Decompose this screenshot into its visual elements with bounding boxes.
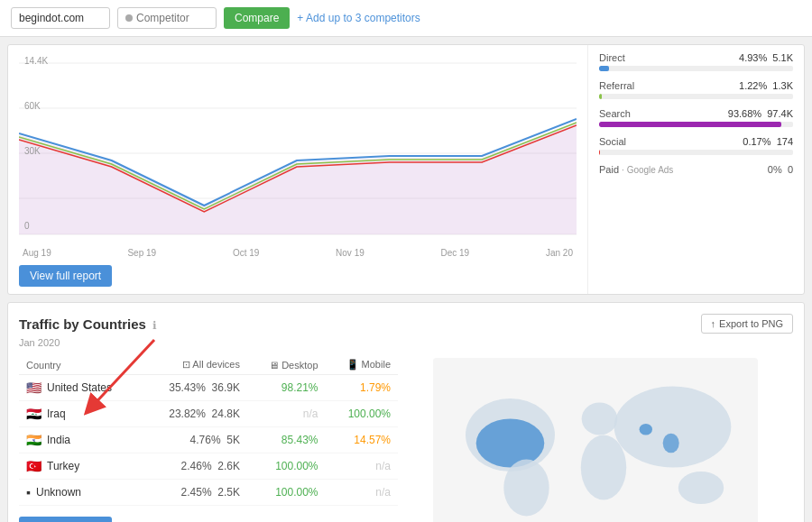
- traffic-values-search: 93.68% 97.4K: [728, 108, 793, 119]
- progress-bar-direct: [599, 66, 793, 71]
- progress-bar-social: [599, 150, 793, 155]
- x-label-aug: Aug 19: [23, 248, 51, 258]
- country-cell: 🇹🇷 Turkey: [19, 453, 143, 480]
- desktop-cell: n/a: [247, 401, 326, 427]
- countries-section-header: Traffic by Countries ℹ ↑ Export to PNG: [19, 314, 793, 334]
- traffic-values-social: 0.17% 174: [743, 136, 793, 147]
- col-header-country: Country: [19, 355, 143, 375]
- x-label-dec: Dec 19: [441, 248, 470, 258]
- view-full-report-button-countries[interactable]: View full report: [19, 517, 112, 522]
- country-name: Unknown: [36, 486, 81, 499]
- all-devices-icon: ⊡: [182, 359, 190, 370]
- svg-marker-5: [19, 122, 577, 234]
- x-label-oct: Oct 19: [233, 248, 259, 258]
- svg-point-8: [476, 418, 545, 467]
- traffic-label-search: Search: [599, 108, 631, 119]
- view-full-report-button-top[interactable]: View full report: [19, 265, 112, 287]
- table-map-wrap: Country ⊡ All devices 🖥 Desktop 📱: [19, 355, 793, 522]
- traffic-row-search: Search 93.68% 97.4K: [599, 108, 793, 127]
- traffic-row-paid: Paid · Google Ads 0% 0: [599, 164, 793, 175]
- countries-title-area: Traffic by Countries ℹ: [19, 316, 157, 332]
- flag-icon: 🇮🇶: [26, 407, 42, 421]
- countries-table-wrap: Country ⊡ All devices 🖥 Desktop 📱: [19, 355, 398, 522]
- add-competitors-link[interactable]: + Add up to 3 competitors: [297, 12, 420, 24]
- mobile-cell: n/a: [326, 480, 399, 506]
- all-devices-cell: 4.76% 5K: [143, 427, 247, 453]
- chart-area: Aug 19 Sep 19 Oct 19 Nov 19 Dec 19 Jan 2…: [8, 45, 587, 294]
- all-devices-cell: 2.46% 2.6K: [143, 453, 247, 480]
- mobile-cell: 14.57%: [326, 427, 399, 453]
- world-map: [398, 355, 793, 522]
- traffic-label-social: Social: [599, 136, 626, 147]
- main-content: Aug 19 Sep 19 Oct 19 Nov 19 Dec 19 Jan 2…: [0, 44, 812, 522]
- compare-button[interactable]: Compare: [224, 7, 290, 29]
- traffic-label-paid: Paid · Google Ads: [599, 164, 673, 175]
- y-label-144k: 14.4K: [24, 56, 48, 66]
- mobile-icon: 📱: [346, 359, 359, 370]
- desktop-cell: 85.43%: [247, 427, 326, 453]
- country-name: United States: [47, 381, 112, 394]
- country-cell: 🇺🇸 United States: [19, 375, 143, 401]
- traffic-row-referral: Referral 1.22% 1.3K: [599, 80, 793, 99]
- desktop-cell: 100.00%: [247, 453, 326, 480]
- export-icon: ↑: [711, 318, 716, 329]
- y-label-30k: 30K: [24, 146, 41, 156]
- col-header-mobile: 📱 Mobile: [326, 355, 399, 375]
- traffic-values-paid: 0% 0: [768, 164, 793, 175]
- countries-title: Traffic by Countries: [19, 316, 146, 332]
- svg-point-14: [663, 433, 679, 453]
- traffic-row-direct: Direct 4.93% 5.1K: [599, 52, 793, 71]
- y-label-0: 0: [24, 221, 30, 231]
- top-bar: Compare + Add up to 3 competitors: [0, 0, 812, 37]
- export-label: Export to PNG: [719, 318, 783, 329]
- progress-fill-search: [599, 122, 781, 127]
- countries-section: Traffic by Countries ℹ ↑ Export to PNG J…: [7, 302, 805, 522]
- flag-icon: ▪: [26, 485, 31, 499]
- progress-bar-search: [599, 122, 793, 127]
- table-header-row: Country ⊡ All devices 🖥 Desktop 📱: [19, 355, 398, 375]
- mobile-cell: n/a: [326, 453, 399, 480]
- top-section: Aug 19 Sep 19 Oct 19 Nov 19 Dec 19 Jan 2…: [7, 44, 805, 295]
- chart-x-labels: Aug 19 Sep 19 Oct 19 Nov 19 Dec 19 Jan 2…: [19, 248, 577, 258]
- export-png-button[interactable]: ↑ Export to PNG: [701, 314, 793, 334]
- world-map-svg: [433, 357, 758, 523]
- country-cell: 🇮🇳 India: [19, 427, 143, 453]
- col-header-desktop: 🖥 Desktop: [247, 355, 326, 375]
- progress-fill-referral: [599, 94, 602, 99]
- competitor-dot-icon: [125, 14, 133, 22]
- all-devices-cell: 23.82% 24.8K: [143, 401, 247, 427]
- country-cell: 🇮🇶 Iraq: [19, 401, 143, 427]
- svg-point-15: [678, 472, 724, 504]
- traffic-chart: [19, 54, 577, 243]
- desktop-icon: 🖥: [269, 360, 279, 371]
- countries-date: Jan 2020: [19, 337, 793, 348]
- country-name: India: [47, 434, 70, 446]
- country-name: Iraq: [47, 408, 66, 420]
- progress-fill-direct: [599, 66, 609, 71]
- countries-table: Country ⊡ All devices 🖥 Desktop 📱: [19, 355, 398, 506]
- desktop-cell: 98.21%: [247, 375, 326, 401]
- competitor-input[interactable]: [136, 12, 208, 24]
- col-header-all-devices: ⊡ All devices: [143, 355, 247, 375]
- paid-sub-label: · Google Ads: [622, 165, 673, 175]
- svg-point-9: [503, 459, 549, 516]
- mobile-cell: 100.00%: [326, 401, 399, 427]
- svg-point-11: [581, 435, 626, 499]
- svg-point-12: [614, 386, 732, 467]
- traffic-sources-panel: Direct 4.93% 5.1K Referral 1.22% 1.3K: [587, 45, 804, 294]
- flag-icon: 🇮🇳: [26, 433, 42, 447]
- traffic-values-direct: 4.93% 5.1K: [739, 52, 793, 63]
- traffic-label-referral: Referral: [599, 80, 634, 91]
- table-row: 🇮🇳 India 4.76% 5K 85.43% 14.57%: [19, 427, 398, 453]
- progress-fill-social: [599, 150, 600, 155]
- table-row: 🇺🇸 United States 35.43% 36.9K 98.21% 1.7…: [19, 375, 398, 401]
- traffic-row-social: Social 0.17% 174: [599, 136, 793, 155]
- all-devices-cell: 35.43% 36.9K: [143, 375, 247, 401]
- flag-icon: 🇹🇷: [26, 459, 42, 473]
- traffic-values-referral: 1.22% 1.3K: [739, 80, 793, 91]
- x-label-sep: Sep 19: [127, 248, 156, 258]
- x-label-nov: Nov 19: [336, 248, 364, 258]
- y-label-60k: 60K: [24, 101, 41, 111]
- domain-input[interactable]: [11, 7, 110, 29]
- desktop-cell: 100.00%: [247, 480, 326, 506]
